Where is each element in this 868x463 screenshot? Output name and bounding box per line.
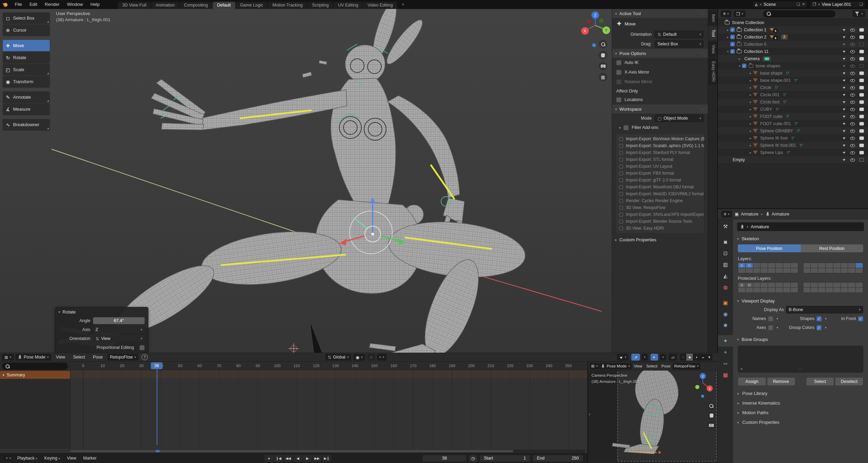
assign-button[interactable]: Assign bbox=[738, 377, 766, 386]
panel-pose-library[interactable]: ▸Pose Library bbox=[733, 388, 868, 398]
panel-pose-options[interactable]: ▾Pose Options:::: bbox=[612, 49, 708, 58]
camera-view-icon[interactable] bbox=[599, 62, 607, 70]
selectable-icon[interactable]: ➤ bbox=[842, 135, 847, 141]
expand-arrow[interactable]: ▸ bbox=[748, 122, 753, 125]
expand-arrow[interactable]: ▸ bbox=[748, 151, 753, 154]
addon-checkbox[interactable] bbox=[619, 199, 623, 203]
menu-select[interactable]: Select bbox=[644, 364, 660, 368]
hide-eye-icon[interactable] bbox=[850, 151, 855, 155]
end-frame-field[interactable]: End250 bbox=[532, 455, 583, 462]
breadcrumb-data[interactable]: Armature bbox=[766, 212, 789, 217]
tab-bone[interactable]: ⌖ bbox=[718, 346, 733, 358]
tab-texture[interactable]: ▦ bbox=[718, 369, 733, 381]
protected-layer-cell[interactable] bbox=[803, 283, 811, 287]
addon-row[interactable]: Render: Cycles Render Engine bbox=[616, 197, 704, 204]
previous-keyframe-button[interactable]: ◀◀ bbox=[284, 455, 293, 462]
hide-eye-icon[interactable] bbox=[850, 42, 855, 46]
outliner-editor-type-button[interactable]: ≡▾ bbox=[721, 10, 731, 17]
protected-layer-cell[interactable] bbox=[803, 288, 811, 293]
menu-select[interactable]: Select bbox=[70, 355, 88, 360]
timeline-search-input[interactable] bbox=[12, 364, 65, 369]
tab-world[interactable]: ◍ bbox=[718, 282, 733, 293]
outliner-row[interactable]: ▸ ✓ Sphere GRABBY ➤ bbox=[718, 127, 868, 134]
layer-cell[interactable] bbox=[753, 268, 760, 273]
overlays-toggle[interactable]: ◐ bbox=[651, 354, 658, 361]
hide-eye-icon[interactable] bbox=[850, 129, 855, 133]
viewport-visibility-icon[interactable] bbox=[859, 122, 864, 125]
selectable-icon[interactable]: ➤ bbox=[842, 157, 847, 163]
jump-to-start-button[interactable]: ❙◀ bbox=[274, 455, 283, 462]
viewport-visibility-icon[interactable] bbox=[859, 50, 864, 53]
protected-layer-cell[interactable] bbox=[783, 283, 790, 287]
hide-eye-icon[interactable] bbox=[850, 122, 855, 126]
viewport-visibility-icon[interactable] bbox=[859, 43, 864, 46]
orientation-dropdown[interactable]: ⇅View▾ bbox=[93, 335, 145, 342]
gizmos-toggle[interactable]: ↗ bbox=[631, 354, 640, 361]
selectable-icon[interactable]: ➤ bbox=[842, 99, 847, 105]
protected-layer-cell[interactable] bbox=[841, 288, 848, 293]
deselect-button[interactable]: Deselect bbox=[835, 377, 863, 386]
outliner-row[interactable]: ▸ ✓ CUBY ➤ bbox=[718, 106, 868, 113]
viewport-3d[interactable]: User Perspective (38) Armature : L_thigh… bbox=[0, 9, 718, 353]
locations-checkbox[interactable]: ✓ bbox=[616, 97, 621, 102]
armature-data-name-field[interactable]: ▾ Armature bbox=[737, 222, 864, 231]
outliner-row[interactable]: ▸ ✓ Circle foot ➤ bbox=[718, 98, 868, 106]
layer-cell[interactable] bbox=[738, 263, 745, 268]
menubar-item[interactable]: Window bbox=[63, 0, 87, 9]
protected-layer-cell[interactable] bbox=[753, 288, 760, 293]
menubar-item[interactable]: Help bbox=[87, 0, 103, 9]
blender-logo-icon[interactable] bbox=[0, 0, 10, 9]
outliner-display-mode-dropdown[interactable]: ❐▾ bbox=[734, 10, 746, 17]
layer-cell[interactable] bbox=[826, 268, 833, 273]
timeline-view-menu[interactable]: View bbox=[64, 456, 79, 461]
viewport-visibility-icon[interactable] bbox=[859, 136, 864, 140]
viewport-visibility-icon[interactable] bbox=[859, 35, 864, 39]
protected-layer-cell[interactable] bbox=[760, 283, 768, 287]
workspace-tab[interactable]: Game Logic bbox=[236, 2, 268, 9]
layer-cell[interactable] bbox=[818, 263, 825, 268]
workspace-mode-dropdown[interactable]: ▢Object Mode▾ bbox=[655, 114, 704, 122]
help-icon[interactable]: ? bbox=[142, 354, 148, 360]
layer-cell[interactable] bbox=[811, 268, 818, 273]
viewport-visibility-icon[interactable] bbox=[859, 79, 864, 82]
mode-dropdown[interactable]: Pose Mode▾ bbox=[599, 363, 632, 370]
hide-eye-icon[interactable] bbox=[850, 86, 855, 90]
addon-row[interactable]: Import-Export: Wavefront OBJ format bbox=[616, 184, 704, 190]
editor-type-button[interactable]: ⊞▾ bbox=[589, 363, 599, 370]
retopoflow-menu[interactable]: RetopoFlow▾ bbox=[108, 354, 138, 361]
hide-eye-icon[interactable] bbox=[850, 28, 855, 32]
bone-groups-list[interactable]: ▸:::: bbox=[738, 346, 863, 373]
selectable-icon[interactable]: ➤ bbox=[842, 56, 847, 62]
viewport-visibility-icon[interactable] bbox=[859, 129, 864, 133]
outliner-row[interactable]: ▸ ✓ Sphere IK foot ➤ bbox=[718, 134, 868, 142]
remove-button[interactable]: Remove bbox=[767, 377, 795, 386]
layer-cell[interactable] bbox=[856, 268, 863, 273]
timeline-editor-type-button[interactable]: ◔▾ bbox=[3, 455, 13, 462]
zoom-icon[interactable] bbox=[708, 402, 715, 410]
outliner-row[interactable]: ▾ ✓ Collection 11 ➤ bbox=[718, 48, 868, 55]
retopoflow-menu[interactable]: RetopoFlow▾ bbox=[673, 363, 700, 370]
addon-row[interactable]: Import-Export: Blender Source Tools bbox=[616, 218, 704, 225]
addon-row[interactable]: Import-Export: XNALara/XPS Import/Export bbox=[616, 211, 704, 218]
addon-checkbox[interactable] bbox=[619, 213, 623, 217]
expand-arrow[interactable]: ▸ bbox=[748, 71, 753, 75]
selectable-icon[interactable]: ➤ bbox=[842, 42, 847, 47]
expand-arrow[interactable]: ▸ bbox=[725, 28, 730, 32]
outliner-row[interactable]: ✓ Collection 5 ➤ bbox=[718, 41, 868, 48]
protected-layer-cell[interactable] bbox=[848, 288, 855, 293]
tab-object-data[interactable]: ✦ bbox=[718, 335, 733, 346]
search-input[interactable] bbox=[773, 11, 832, 16]
protected-layer-cell[interactable] bbox=[738, 283, 745, 287]
addon-checkbox[interactable] bbox=[619, 137, 623, 141]
viewport-visibility-icon[interactable] bbox=[859, 108, 864, 111]
protected-layer-cell[interactable] bbox=[753, 283, 760, 287]
expand-arrow[interactable]: ▸ bbox=[748, 144, 753, 147]
panel-bone-groups[interactable]: ▾Bone Groups bbox=[733, 335, 868, 344]
menubar-item[interactable]: File bbox=[11, 0, 26, 9]
pose-position-button[interactable]: Pose Position bbox=[738, 244, 801, 252]
hide-eye-icon[interactable] bbox=[850, 71, 855, 75]
selectable-icon[interactable]: ➤ bbox=[842, 85, 847, 90]
jump-to-end-button[interactable]: ▶❙ bbox=[322, 455, 331, 462]
protected-layer-cell[interactable] bbox=[818, 283, 825, 287]
tab-output[interactable]: ⊡ bbox=[718, 247, 733, 259]
